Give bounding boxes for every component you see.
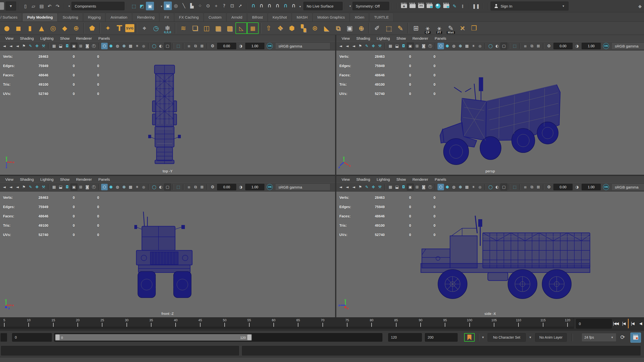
construction-aim-icon[interactable]: ⌖ — [139, 22, 150, 34]
shelf-tab-custom[interactable]: Custom — [204, 13, 226, 21]
symmetry-caret[interactable]: ▾ — [348, 2, 352, 10]
textured-display-icon[interactable]: ◍ — [114, 43, 121, 49]
separator[interactable] — [18, 2, 19, 10]
step-back-button[interactable]: |◀ — [628, 319, 636, 328]
bookmark-icon[interactable]: ⚑ — [21, 43, 27, 49]
separator[interactable] — [469, 2, 470, 10]
redo-icon[interactable]: ↷ — [54, 2, 62, 10]
shaded-display-icon[interactable]: ⬢ — [444, 43, 451, 49]
crease-tool-icon[interactable]: ✐ — [371, 22, 383, 34]
previous-key-button[interactable]: |◀ — [620, 319, 627, 328]
exposure-icon[interactable]: ❂ — [209, 184, 216, 190]
separator[interactable] — [246, 2, 248, 10]
pause-small-icon[interactable]: ∥ — [459, 2, 467, 10]
render-settings-icon[interactable] — [427, 4, 433, 8]
view-transform-dropdown[interactable]: sRGB gamma — [275, 184, 330, 191]
mask-handles-icon[interactable]: ▣ — [164, 2, 172, 10]
resolution-gate-icon[interactable]: ◘ — [64, 184, 70, 190]
camera-lock-icon[interactable]: ◄ — [344, 43, 350, 49]
safe-action-icon[interactable]: ◙ — [84, 43, 91, 49]
timeline-ruler[interactable]: 5101520253035404550556065707580859095100… — [0, 318, 574, 329]
shaded-display-icon[interactable]: ⬢ — [108, 43, 114, 49]
safe-title-icon[interactable]: Ⓣ — [91, 184, 97, 190]
paint-effects-icon[interactable]: ✎ — [451, 2, 459, 10]
contrast-icon[interactable]: ◑ — [237, 43, 244, 49]
mask-dropdown-icon[interactable]: ▾ — [159, 2, 164, 11]
motion-blur-icon[interactable]: ◐ — [494, 184, 500, 190]
live-surface-field[interactable]: No Live Surface — [303, 2, 343, 10]
shelf-tab-fx[interactable]: FX — [160, 13, 174, 21]
textured-display-icon[interactable]: ◍ — [451, 184, 457, 190]
ipr-render-icon[interactable] — [418, 4, 424, 8]
camera-icon[interactable]: ◄ — [337, 43, 344, 49]
vp-menu-shading[interactable]: Shading — [353, 36, 373, 40]
mask-hulls-icon[interactable]: ⁘ — [196, 2, 204, 10]
shelf-tab-s-surfaces[interactable]: s / Surfaces — [0, 13, 22, 21]
shadows-icon[interactable]: ● — [477, 184, 483, 190]
separator[interactable] — [572, 334, 573, 341]
vp-menu-lighting[interactable]: Lighting — [37, 36, 57, 40]
lights-icon[interactable]: ☀ — [134, 184, 140, 190]
platonic-solid-icon[interactable]: ⬟ — [86, 22, 98, 34]
safe-action-icon[interactable]: ◙ — [420, 184, 427, 190]
multisample-icon[interactable]: ▢ — [164, 184, 171, 191]
multisample-icon[interactable]: ▢ — [164, 42, 171, 50]
range-slider-bar[interactable]: 0 120 — [55, 334, 252, 341]
occlusion-icon[interactable]: ◯ — [487, 184, 494, 190]
field-chart-icon[interactable]: ⊞ — [77, 184, 84, 190]
shelf-tab-rigging[interactable]: Rigging — [84, 13, 106, 21]
selection-highlight-icon[interactable]: ⬚ — [511, 43, 518, 49]
selection-highlight-icon[interactable]: ⬚ — [175, 43, 182, 49]
svg-tool-icon[interactable]: SVG — [125, 24, 134, 32]
vp-menu-panels[interactable]: Panels — [95, 177, 113, 182]
isolate-select-icon[interactable]: ⧈ — [522, 43, 529, 49]
selection-highlight-icon[interactable]: ⬚ — [175, 184, 182, 190]
extrude-icon[interactable]: ⇧ — [263, 22, 274, 34]
edit-camera-icon[interactable]: ✎ — [364, 184, 370, 190]
bookmark-icon[interactable]: ⚑ — [357, 43, 364, 49]
motion-blur-icon[interactable]: ◐ — [157, 43, 164, 49]
multisample-icon[interactable]: ▢ — [500, 42, 507, 50]
vp-menu-panels[interactable]: Panels — [95, 36, 113, 40]
grid-icon[interactable]: ▦ — [387, 43, 394, 49]
combine-icon[interactable]: ≋ — [178, 22, 189, 34]
film-gate-icon[interactable]: ⬓ — [394, 43, 400, 49]
range-slider[interactable]: 0 120 — [54, 333, 382, 342]
wireframe-on-shaded-icon[interactable]: ⬢ — [121, 184, 127, 190]
shelf-tab-mash[interactable]: MASH — [292, 13, 312, 21]
select-component-icon[interactable]: ▣ — [146, 2, 154, 10]
shelf-tab-arnold[interactable]: Arnold — [227, 13, 247, 21]
motion-blur-icon[interactable]: ◐ — [494, 43, 500, 49]
grid-icon[interactable]: ▦ — [51, 184, 57, 190]
shelf-tab-sculpting[interactable]: Sculpting — [58, 13, 83, 21]
character-set-dropdown[interactable]: No Character Set — [488, 333, 526, 342]
auto-keyframe-toggle[interactable] — [630, 333, 641, 343]
poly-cube-icon[interactable]: ◼ — [13, 22, 24, 34]
viewport-canvas-front[interactable]: Verts:2846300Edges:7594900Faces:4864600T… — [0, 192, 335, 317]
poly-cone-icon[interactable]: ▲ — [36, 22, 47, 34]
occlusion-icon[interactable]: ◯ — [151, 184, 157, 190]
camera-lock-icon[interactable]: ◄ — [8, 43, 14, 49]
character-set-caret[interactable]: ▼ — [481, 336, 485, 339]
contrast-field[interactable]: 1.00 — [245, 43, 264, 49]
pause-viewport-icon[interactable]: ❚❚ — [472, 2, 480, 10]
snap-make-live-icon[interactable]: ⊂ — [290, 2, 298, 10]
duplicate-face-icon[interactable]: ⧉ — [332, 22, 344, 34]
gate-mask-icon[interactable]: ▣ — [70, 42, 77, 50]
viewport-canvas-top[interactable]: Verts:2846300Edges:7594900Faces:4864600T… — [0, 51, 335, 175]
camera-attributes-icon[interactable]: ◄ — [14, 184, 21, 190]
field-chart-icon[interactable]: ⊞ — [414, 184, 420, 190]
play-backward-button[interactable]: ◀ — [637, 319, 644, 328]
snap-grid-icon[interactable]: ⊂ — [249, 2, 258, 10]
shaded-display-icon[interactable]: ⬢ — [108, 184, 114, 190]
separator[interactable] — [396, 2, 398, 10]
fill-hole-icon[interactable]: ▦ — [212, 22, 224, 34]
vp-menu-lighting[interactable]: Lighting — [37, 177, 57, 182]
shadows-icon[interactable]: ● — [477, 43, 483, 49]
shelf-tab-fx-caching[interactable]: FX Caching — [175, 13, 204, 21]
vp-menu-shading[interactable]: Shading — [17, 177, 37, 182]
super-shape-icon[interactable]: ✦ — [102, 22, 114, 34]
vp-menu-panels[interactable]: Panels — [431, 177, 450, 182]
select-object-icon[interactable]: ◩ — [138, 2, 146, 10]
render-current-frame-icon[interactable] — [410, 4, 416, 8]
